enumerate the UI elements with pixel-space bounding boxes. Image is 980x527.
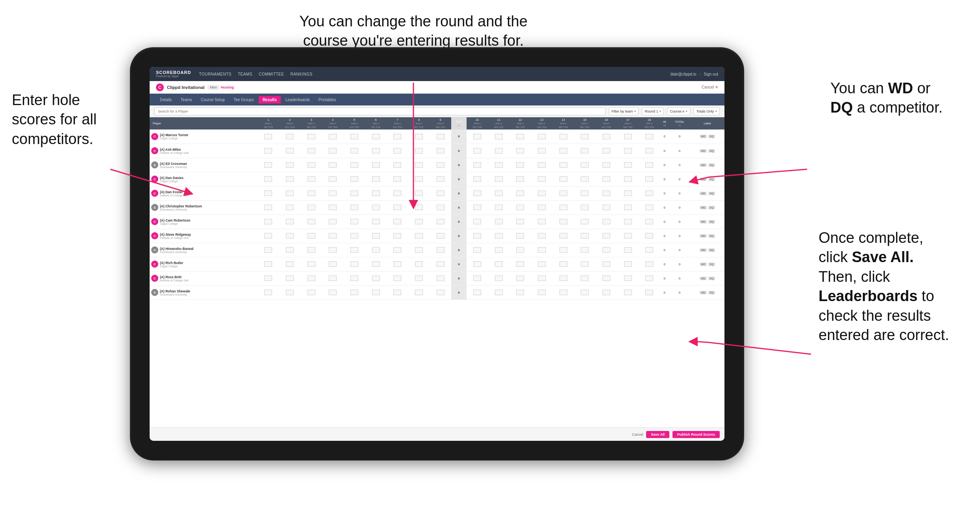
score-cell-back-3-14[interactable] bbox=[552, 172, 574, 186]
hole-input[interactable] bbox=[495, 219, 503, 224]
hole-input[interactable] bbox=[393, 148, 401, 153]
hole-input[interactable] bbox=[393, 261, 401, 267]
hole-input[interactable] bbox=[624, 276, 632, 281]
hole-input[interactable] bbox=[329, 276, 337, 281]
score-cell-back-0-16[interactable] bbox=[596, 129, 617, 144]
score-cell-back-8-12[interactable] bbox=[509, 243, 531, 257]
hole-input[interactable] bbox=[350, 219, 358, 224]
hole-input[interactable] bbox=[264, 276, 272, 281]
hole-input[interactable] bbox=[350, 290, 358, 295]
hole-input[interactable] bbox=[308, 276, 315, 281]
hole-input[interactable] bbox=[415, 148, 423, 153]
hole-input[interactable] bbox=[393, 276, 401, 281]
hole-input[interactable] bbox=[495, 290, 503, 295]
score-cell-0-4[interactable] bbox=[322, 129, 344, 144]
hole-input[interactable] bbox=[286, 190, 294, 196]
score-cell-8-3[interactable] bbox=[300, 243, 322, 257]
dq-button[interactable]: DQ bbox=[708, 220, 715, 224]
dq-button[interactable]: DQ bbox=[708, 291, 715, 294]
hole-input[interactable] bbox=[602, 190, 610, 196]
hole-input[interactable] bbox=[602, 247, 610, 253]
score-cell-6-9[interactable] bbox=[430, 214, 451, 229]
hole-input[interactable] bbox=[372, 190, 380, 196]
score-cell-back-0-17[interactable] bbox=[617, 129, 639, 144]
score-cell-2-7[interactable] bbox=[387, 158, 408, 172]
score-cell-5-7[interactable] bbox=[387, 200, 408, 214]
totals-only-select[interactable]: Totals Only ▾ bbox=[693, 107, 720, 115]
score-cell-back-0-15[interactable] bbox=[574, 129, 596, 144]
score-cell-7-9[interactable] bbox=[430, 229, 451, 243]
hole-input[interactable] bbox=[473, 219, 481, 224]
score-cell-4-5[interactable] bbox=[344, 186, 365, 200]
score-cell-back-3-12[interactable] bbox=[509, 172, 531, 186]
hole-input[interactable] bbox=[329, 247, 337, 253]
hole-input[interactable] bbox=[286, 233, 294, 239]
hole-input[interactable] bbox=[415, 219, 423, 224]
wd-button[interactable]: WD bbox=[700, 178, 707, 181]
hole-input[interactable] bbox=[559, 233, 567, 239]
hole-input[interactable] bbox=[372, 247, 380, 253]
filter-team-select[interactable]: Filter by team ▾ bbox=[609, 107, 639, 115]
score-cell-4-1[interactable] bbox=[258, 186, 279, 200]
score-cell-back-8-10[interactable] bbox=[467, 243, 488, 257]
score-cell-back-8-13[interactable] bbox=[531, 243, 553, 257]
score-cell-back-11-10[interactable] bbox=[467, 285, 488, 300]
score-cell-back-5-17[interactable] bbox=[617, 200, 639, 214]
score-cell-11-5[interactable] bbox=[344, 285, 365, 300]
hole-input[interactable] bbox=[581, 247, 589, 253]
score-cell-1-3[interactable] bbox=[300, 144, 322, 158]
score-cell-4-3[interactable] bbox=[300, 186, 322, 200]
hole-input[interactable] bbox=[473, 176, 481, 182]
dq-button[interactable]: DQ bbox=[708, 263, 715, 266]
hole-input[interactable] bbox=[286, 162, 294, 168]
score-cell-3-5[interactable] bbox=[344, 172, 365, 186]
score-cell-back-2-13[interactable] bbox=[531, 158, 553, 172]
score-cell-11-1[interactable] bbox=[258, 285, 279, 300]
score-cell-0-9[interactable] bbox=[430, 129, 451, 144]
score-cell-back-9-11[interactable] bbox=[488, 257, 509, 271]
hole-input[interactable] bbox=[415, 190, 423, 196]
score-cell-back-1-18[interactable] bbox=[639, 144, 660, 158]
score-cell-0-5[interactable] bbox=[344, 129, 365, 144]
score-cell-3-1[interactable] bbox=[258, 172, 279, 186]
hole-input[interactable] bbox=[516, 176, 524, 182]
score-cell-5-1[interactable] bbox=[258, 200, 279, 214]
hole-input[interactable] bbox=[538, 276, 546, 281]
score-cell-back-10-12[interactable] bbox=[509, 271, 531, 285]
tab-tee-groups[interactable]: Tee Groups bbox=[230, 96, 258, 104]
score-cell-back-8-16[interactable] bbox=[596, 243, 617, 257]
cancel-button[interactable]: Cancel bbox=[632, 433, 643, 436]
score-cell-7-7[interactable] bbox=[387, 229, 408, 243]
score-cell-7-2[interactable] bbox=[279, 229, 301, 243]
header-cancel[interactable]: Cancel ✕ bbox=[702, 85, 718, 89]
score-cell-9-3[interactable] bbox=[300, 257, 322, 271]
score-cell-back-2-12[interactable] bbox=[509, 158, 531, 172]
score-cell-4-8[interactable] bbox=[408, 186, 430, 200]
score-cell-back-9-16[interactable] bbox=[596, 257, 617, 271]
hole-input[interactable] bbox=[372, 290, 380, 295]
hole-input[interactable] bbox=[559, 162, 567, 168]
score-cell-back-4-16[interactable] bbox=[596, 186, 617, 200]
score-cell-3-6[interactable] bbox=[365, 172, 387, 186]
score-cell-back-4-10[interactable] bbox=[467, 186, 488, 200]
hole-input[interactable] bbox=[516, 290, 524, 295]
score-cell-back-3-13[interactable] bbox=[531, 172, 553, 186]
hole-input[interactable] bbox=[264, 261, 272, 267]
hole-input[interactable] bbox=[581, 290, 589, 295]
score-cell-back-2-18[interactable] bbox=[639, 158, 660, 172]
score-cell-back-7-18[interactable] bbox=[639, 229, 660, 243]
score-cell-back-6-17[interactable] bbox=[617, 214, 639, 229]
score-cell-4-9[interactable] bbox=[430, 186, 451, 200]
hole-input[interactable] bbox=[308, 148, 315, 153]
wd-button[interactable]: WD bbox=[700, 192, 707, 195]
hole-input[interactable] bbox=[602, 290, 610, 295]
hole-input[interactable] bbox=[473, 134, 481, 139]
dq-button[interactable]: DQ bbox=[708, 206, 715, 209]
score-cell-back-4-12[interactable] bbox=[509, 186, 531, 200]
tab-details[interactable]: Details bbox=[156, 96, 176, 104]
score-cell-back-9-15[interactable] bbox=[574, 257, 596, 271]
hole-input[interactable] bbox=[645, 247, 653, 253]
score-cell-back-8-14[interactable] bbox=[552, 243, 574, 257]
wd-button[interactable]: WD bbox=[700, 220, 707, 224]
score-cell-10-9[interactable] bbox=[430, 271, 451, 285]
